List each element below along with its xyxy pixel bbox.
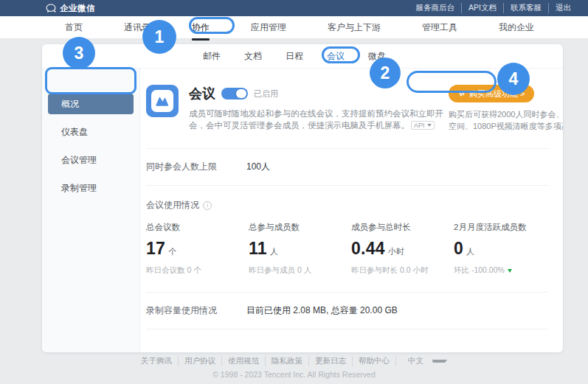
meeting-app-icon — [146, 85, 179, 117]
usage-stats: 总会议数 17个 昨日会议数 0 个 总参与成员数 11人 昨日参与成员 0 人… — [146, 222, 548, 276]
stat-label: 2月月度活跃成员数 — [454, 222, 556, 233]
footer-link-about[interactable]: 关于腾讯 — [135, 356, 178, 366]
api-badge-label: API — [414, 119, 425, 131]
stat-unit: 小时 — [388, 246, 404, 257]
sidebar-item-recording-management[interactable]: 录制管理 — [48, 178, 134, 198]
stat-unit: 人 — [270, 246, 278, 257]
info-icon[interactable]: i — [203, 201, 212, 210]
stat-total-meetings: 总会议数 17个 昨日会议数 0 个 — [146, 222, 249, 276]
meeting-description: 成员可随时随地发起和参与的在线会议，支持提前预约会议和立即开会，会中可灵活管理参… — [189, 108, 449, 131]
annotation-step-2: 2 — [370, 57, 401, 88]
stat-label: 成员参与总时长 — [351, 222, 454, 233]
active-nav-indicator — [192, 38, 210, 41]
api-badge[interactable]: API — [411, 121, 435, 130]
footer-link-user-agreement[interactable]: 用户协议 — [178, 356, 221, 366]
primary-nav: 首页 通讯录 协作 应用管理 客户与上下游 管理工具 我的企业 — [0, 16, 588, 39]
chat-bubble-icon — [46, 4, 56, 13]
sidebar-item-dashboard[interactable]: 仪表盘 — [48, 122, 134, 142]
meeting-enabled-toggle[interactable] — [221, 88, 248, 100]
footer-link-help-center[interactable]: 帮助中心 — [352, 356, 395, 366]
nav-item-app-management[interactable]: 应用管理 — [251, 21, 286, 34]
stat-value: 0.44 — [351, 239, 385, 259]
footer-link-changelog[interactable]: 更新日志 — [308, 356, 352, 366]
annotation-step-4: 4 — [497, 63, 530, 95]
tab-schedule[interactable]: 日程 — [286, 50, 303, 63]
brand-name: 企业微信 — [60, 3, 95, 14]
stat-value: 0 — [454, 239, 463, 259]
nav-item-customers[interactable]: 客户与上下游 — [328, 21, 381, 34]
footer: 关于腾讯 用户协议 使用规范 隐私政策 更新日志 帮助中心 中文 © 1998 … — [0, 355, 588, 379]
nav-item-my-company[interactable]: 我的企业 — [499, 21, 534, 34]
topbar-links: 服务商后台 API文档 联系客服 退出 — [409, 3, 578, 13]
meeting-description-text: 成员可随时随地发起和参与的在线会议，支持提前预约会议和立即开会，会中可灵活管理参… — [189, 109, 443, 130]
sidebar-item-meeting-management[interactable]: 会议管理 — [48, 150, 134, 170]
capacity-row: 同时参会人数上限 100人 — [146, 149, 548, 185]
collaboration-tabs: 邮件 文档 日程 会议 微盘 — [42, 44, 563, 69]
nav-item-home[interactable]: 首页 — [65, 21, 83, 34]
topbar-link-logout[interactable]: 退出 — [548, 3, 578, 13]
stat-monthly-active: 2月月度活跃成员数 0人 环比 -100.00% — [454, 222, 556, 276]
buy-premium-description: 购买后可获得2000人同时参会、无限云录制空间、1080P视频清晰度等多项高级功… — [449, 108, 563, 132]
stat-subtext: 昨日参与时长 0.0 小时 — [351, 265, 454, 276]
sidebar: 概况 仪表盘 会议管理 录制管理 — [42, 69, 140, 352]
nav-item-admin-tools[interactable]: 管理工具 — [422, 21, 457, 34]
stat-label: 总会议数 — [146, 222, 249, 233]
tab-mail[interactable]: 邮件 — [203, 50, 221, 63]
usage-title-row: 会议使用情况 i — [146, 186, 548, 222]
sidebar-item-overview[interactable]: 概况 — [48, 94, 134, 114]
footer-link-language[interactable]: 中文 — [395, 356, 453, 366]
footer-language-label: 中文 — [402, 356, 429, 366]
annotation-box-overview — [45, 67, 136, 94]
divider — [146, 329, 548, 329]
topbar-link-provider-console[interactable]: 服务商后台 — [409, 3, 462, 13]
status-text: 已启用 — [254, 88, 278, 100]
stat-label: 总参与成员数 — [249, 222, 351, 233]
footer-link-usage-rules[interactable]: 使用规范 — [221, 356, 265, 366]
footer-link-privacy[interactable]: 隐私政策 — [265, 356, 308, 366]
tab-docs[interactable]: 文档 — [244, 50, 262, 63]
recording-value: 目前已使用 2.08 MB, 总容量 20.00 GB — [246, 304, 398, 317]
stat-subtext: 环比 -100.00% — [454, 265, 505, 276]
annotation-box-collaboration — [189, 17, 235, 34]
copyright: © 1998 - 2023 Tencent Inc. All Rights Re… — [0, 370, 588, 379]
annotation-step-1: 1 — [142, 20, 176, 54]
annotation-box-buy-button — [407, 71, 497, 93]
stat-unit: 个 — [168, 246, 176, 257]
brand-logo: 企业微信 — [46, 3, 95, 14]
recording-label: 录制容量使用情况 — [146, 304, 246, 317]
topbar: 企业微信 服务商后台 API文档 联系客服 退出 — [0, 0, 588, 16]
stat-total-participants: 总参与成员数 11人 昨日参与成员 0 人 — [249, 222, 351, 276]
topbar-link-contact-support[interactable]: 联系客服 — [503, 3, 548, 13]
meeting-logo-icon — [155, 95, 170, 107]
stat-subtext: 昨日参与成员 0 人 — [249, 265, 351, 276]
recording-capacity-row: 录制容量使用情况 目前已使用 2.08 MB, 总容量 20.00 GB — [146, 293, 548, 329]
stat-unit: 人 — [466, 246, 474, 257]
main-content: 会议 已启用 成员可随时随地发起和参与的在线会议，支持提前预约会议和立即开会，会… — [140, 69, 563, 352]
stat-subtext: 昨日会议数 0 个 — [146, 265, 249, 276]
annotation-box-meeting-tab — [322, 46, 360, 63]
capacity-label: 同时参会人数上限 — [146, 161, 246, 173]
card-body: 概况 仪表盘 会议管理 录制管理 会议 — [42, 69, 563, 352]
annotation-step-3: 3 — [63, 37, 95, 69]
usage-title: 会议使用情况 — [146, 199, 199, 212]
stat-total-duration: 成员参与总时长 0.44小时 昨日参与时长 0.0 小时 — [351, 222, 454, 276]
topbar-link-api-docs[interactable]: API文档 — [461, 3, 503, 13]
capacity-value: 100人 — [246, 161, 270, 173]
trend-down-icon — [508, 269, 512, 273]
language-caret-icon — [432, 360, 447, 363]
stat-value: 17 — [146, 239, 165, 259]
stat-value: 11 — [249, 239, 267, 259]
page-title: 会议 — [189, 85, 215, 102]
chevron-down-icon — [427, 124, 432, 127]
